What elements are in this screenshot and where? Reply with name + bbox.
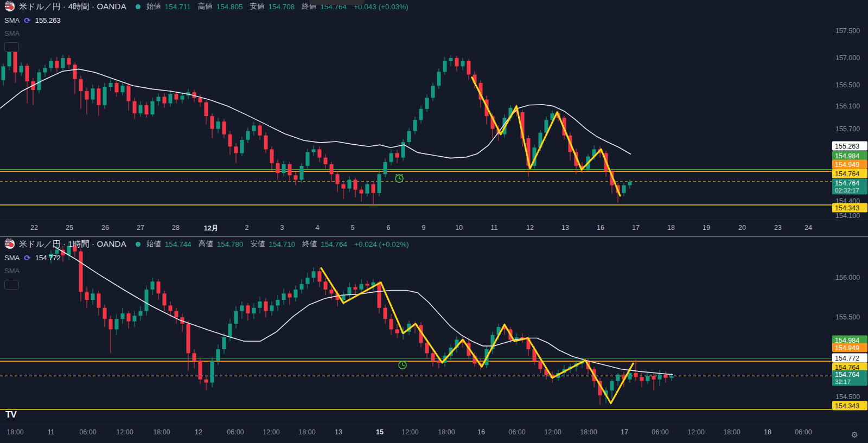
sma-line bbox=[0, 69, 631, 158]
open-label: 始値 bbox=[146, 239, 161, 249]
sma-hidden-row[interactable]: SMA bbox=[4, 265, 409, 277]
price-tick: 155.700 bbox=[835, 125, 860, 133]
symbol-title[interactable]: 米ドル／円 · 4時間 · OANDA bbox=[19, 2, 126, 12]
price-label[interactable]: 154.764 bbox=[832, 169, 867, 178]
price-tick: 155.500 bbox=[835, 313, 860, 321]
time-tick: 20 bbox=[738, 224, 746, 232]
time-tick: 27 bbox=[137, 224, 144, 232]
time-tick: 15 bbox=[376, 428, 384, 436]
time-tick: 06:00 bbox=[227, 428, 244, 436]
price-label-countdown[interactable]: 154.76432:17 bbox=[832, 370, 867, 386]
time-tick: 12:00 bbox=[687, 428, 704, 436]
time-tick: 06:00 bbox=[508, 428, 525, 436]
price-label[interactable]: 155.263 bbox=[832, 142, 867, 151]
change-value: +0.024 (+0.02%) bbox=[354, 240, 409, 248]
price-label[interactable]: 154.949 bbox=[832, 343, 867, 352]
tradingview-logo[interactable]: TV bbox=[5, 409, 16, 420]
chevron-up-icon bbox=[4, 237, 11, 242]
low-value: 154.708 bbox=[268, 3, 295, 11]
time-tick: 10 bbox=[455, 224, 463, 232]
time-tick: 11 bbox=[491, 224, 498, 232]
time-tick: 22 bbox=[30, 224, 38, 232]
time-tick: 23 bbox=[774, 224, 782, 232]
time-tick: 28 bbox=[172, 224, 180, 232]
time-tick: 17 bbox=[632, 224, 640, 232]
zigzag-drawing[interactable] bbox=[472, 78, 620, 196]
time-tick: 18:00 bbox=[7, 428, 23, 436]
time-tick: 18:00 bbox=[438, 428, 455, 436]
time-tick: 12:00 bbox=[544, 428, 561, 436]
alarm-clock-icon[interactable] bbox=[399, 361, 406, 369]
price-label[interactable]: 154.343 bbox=[832, 203, 867, 213]
time-tick: 3 bbox=[280, 224, 284, 232]
time-tick: 19 bbox=[703, 224, 710, 232]
price-label[interactable]: 154.343 bbox=[832, 401, 867, 410]
time-tick: 9 bbox=[422, 224, 426, 232]
time-tick: 18:00 bbox=[723, 428, 740, 436]
high-value: 154.805 bbox=[216, 3, 243, 11]
time-tick: 12 bbox=[195, 428, 202, 436]
time-tick: 18:00 bbox=[298, 428, 315, 436]
time-tick: 06:00 bbox=[79, 428, 96, 436]
close-label: 終値 bbox=[302, 239, 317, 249]
sma-label: SMA bbox=[4, 254, 20, 262]
low-value: 154.710 bbox=[269, 240, 295, 248]
price-tick: 156.100 bbox=[835, 102, 860, 110]
time-tick: 6 bbox=[387, 224, 391, 232]
time-tick: 18 bbox=[764, 428, 771, 436]
collapse-pane-button[interactable] bbox=[4, 42, 19, 52]
price-tick: 156.500 bbox=[835, 81, 860, 89]
open-value: 154.711 bbox=[165, 3, 191, 11]
sync-icon[interactable]: ⟳ bbox=[24, 254, 31, 262]
chevron-up-icon bbox=[4, 0, 11, 4]
pane-separator[interactable] bbox=[0, 235, 868, 237]
symbol-title[interactable]: 米ドル／円 · 1時間 · OANDA bbox=[19, 239, 126, 249]
sma-indicator-row[interactable]: SMA ⟳ 155.263 bbox=[4, 14, 409, 26]
alarm-clock-icon[interactable] bbox=[395, 174, 403, 182]
sma-value: 155.263 bbox=[35, 16, 61, 24]
price-label-countdown[interactable]: 154.76402:32:17 bbox=[832, 179, 867, 195]
chart-legend-4h: 米ドル／円 · 4時間 · OANDA 始値 154.711 高値 154.80… bbox=[4, 0, 409, 52]
open-value: 154.744 bbox=[165, 240, 192, 248]
sync-icon[interactable]: ⟳ bbox=[24, 16, 31, 24]
open-label: 始値 bbox=[146, 2, 161, 11]
chart-pane-1h[interactable]: 米ドル／円 · 1時間 · OANDA 始値 154.744 高値 154.78… bbox=[0, 237, 868, 424]
axis-settings-gear-icon[interactable]: ⚙ bbox=[851, 430, 858, 440]
sma-hidden-label: SMA bbox=[4, 267, 20, 275]
time-tick: 06:00 bbox=[652, 428, 668, 436]
time-tick: 12:00 bbox=[263, 428, 279, 436]
price-label[interactable]: 154.949 bbox=[832, 160, 867, 169]
price-tick: 154.500 bbox=[835, 393, 860, 401]
sma-hidden-label: SMA bbox=[4, 29, 20, 37]
price-tick: 156.000 bbox=[835, 274, 860, 281]
time-tick: 06:00 bbox=[795, 428, 812, 436]
top-notch bbox=[309, 0, 365, 5]
high-value: 154.780 bbox=[217, 240, 244, 248]
time-tick: 17 bbox=[621, 428, 628, 436]
chart-pane-4h[interactable]: 米ドル／円 · 4時間 · OANDA 始値 154.711 高値 154.80… bbox=[0, 0, 868, 220]
time-tick: 18 bbox=[667, 224, 675, 232]
time-tick: 16 bbox=[477, 428, 485, 436]
time-tick: 4 bbox=[316, 224, 320, 232]
time-tick: 16 bbox=[597, 224, 604, 232]
time-axis-4h[interactable]: 222526272812月234569101112131617181920232… bbox=[0, 220, 868, 235]
trading-app: 米ドル／円 · 4時間 · OANDA 始値 154.711 高値 154.80… bbox=[0, 0, 868, 443]
time-tick: 12:00 bbox=[401, 428, 418, 436]
time-tick: 18:00 bbox=[153, 428, 170, 436]
collapse-pane-button[interactable] bbox=[4, 280, 19, 290]
low-label: 安値 bbox=[250, 2, 264, 11]
price-label[interactable]: 154.772 bbox=[832, 354, 867, 363]
low-label: 安値 bbox=[250, 239, 265, 249]
price-scale-1h[interactable]: 156.000155.500154.500154.984154.949154.7… bbox=[812, 237, 868, 424]
sma-indicator-row[interactable]: SMA ⟳ 154.772 bbox=[4, 252, 409, 264]
price-scale-4h[interactable]: 157.500157.000156.500156.100155.700154.4… bbox=[812, 0, 868, 220]
time-tick: 12 bbox=[526, 224, 534, 232]
sma-hidden-row[interactable]: SMA bbox=[4, 27, 409, 39]
time-axis-1h[interactable]: 18:001106:0012:0018:001206:0012:0018:001… bbox=[0, 424, 868, 443]
time-tick: 26 bbox=[101, 224, 109, 232]
time-tick: 12月 bbox=[204, 224, 218, 233]
close-value: 154.764 bbox=[321, 240, 347, 248]
sma-value: 154.772 bbox=[35, 254, 61, 262]
price-label[interactable]: 154.984 bbox=[832, 151, 867, 160]
time-tick: 13 bbox=[335, 428, 342, 436]
